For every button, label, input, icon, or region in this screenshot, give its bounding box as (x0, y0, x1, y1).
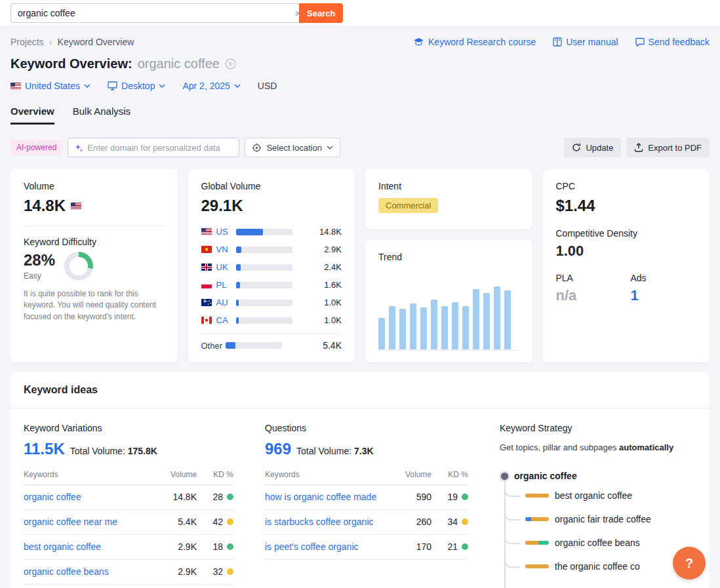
country-code-link[interactable]: CA (216, 315, 233, 325)
keyword-kd: 21 (431, 541, 468, 552)
trend-bar (473, 289, 479, 349)
keyword-volume: 260 (392, 517, 431, 527)
export-pdf-button[interactable]: Export to PDF (626, 138, 710, 157)
pl-flag-icon (201, 281, 212, 288)
trend-bar (431, 300, 437, 349)
device-filter[interactable]: Desktop (108, 81, 165, 91)
cpc-value: $1.44 (556, 197, 595, 215)
kd-donut-chart (64, 252, 93, 281)
keyword-ideas-section: Keyword ideas Keyword Variations 11.5K T… (10, 372, 710, 588)
date-filter[interactable]: Apr 2, 2025 (182, 81, 240, 91)
volume-bar (236, 300, 292, 306)
export-icon (634, 143, 643, 152)
keyword-link[interactable]: best organic coffee (24, 541, 157, 553)
strategy-bar-icon (525, 517, 549, 521)
breadcrumb-row: Projects › Keyword Overview Keyword Rese… (10, 36, 710, 47)
keyword-link[interactable]: how is organic coffee made (265, 491, 392, 503)
table-row: is starbucks coffee organic26034 (265, 510, 468, 535)
book-icon (553, 37, 562, 47)
keyword-link[interactable]: organic coffee (24, 491, 157, 503)
user-manual-link[interactable]: User manual (553, 37, 618, 47)
strategy-child[interactable]: the organic coffee co (506, 555, 696, 578)
keyword-kd: 28 (197, 492, 233, 502)
kd-dot-icon (227, 519, 233, 525)
keywords-header: Keywords (24, 470, 157, 479)
clear-search-icon[interactable]: × (294, 8, 301, 19)
ads-value: 1 (631, 287, 647, 304)
global-volume-row: CA1.0K (201, 311, 342, 329)
help-button[interactable]: ? (673, 547, 706, 579)
keyword-kd: 32 (197, 566, 233, 577)
kd-dot-icon (227, 568, 233, 575)
kd-header: KD % (431, 470, 468, 479)
country-code-link[interactable]: UK (216, 262, 233, 272)
chevron-right-icon: › (49, 36, 52, 47)
table-row: organic coffee14.8K28 (24, 485, 233, 510)
questions-title: Questions (265, 423, 468, 433)
country-code-link[interactable]: AU (216, 298, 233, 307)
update-button[interactable]: Update (564, 138, 621, 157)
strategy-child-label: organic fair trade coffee (555, 514, 651, 524)
country-code-link[interactable]: PL (216, 280, 233, 290)
trend-bar (441, 306, 448, 349)
search-button[interactable]: Search (299, 3, 343, 23)
add-circle-icon[interactable] (225, 58, 236, 69)
tab-bulk-analysis[interactable]: Bulk Analysis (73, 106, 130, 125)
search-input[interactable] (10, 3, 299, 23)
keyword-volume: 5.4K (157, 517, 197, 527)
strategy-root[interactable]: organic coffee (500, 471, 696, 481)
strategy-child[interactable]: organic fair trade coffee (506, 507, 696, 531)
keyword-link[interactable]: is peet's coffee organic (265, 541, 392, 553)
table-header: Keywords Volume KD % (24, 470, 233, 485)
keyword-link[interactable]: organic coffee near me (24, 516, 157, 528)
pla-label: PLA (556, 273, 631, 283)
kd-header: KD % (197, 470, 233, 479)
global-volume-title: Global Volume (201, 181, 342, 191)
chevron-down-icon (234, 84, 241, 88)
questions-count[interactable]: 969 (265, 440, 291, 458)
keyword-research-course-link[interactable]: Keyword Research course (413, 37, 536, 47)
domain-input[interactable] (87, 143, 233, 153)
trend-chart (378, 284, 519, 351)
location-select[interactable]: Select location (245, 138, 340, 157)
global-volume-rows: US14.8KVN2.9KUK2.4KPL1.6KAU1.0KCA1.0K (201, 223, 342, 329)
country-code-link[interactable]: US (216, 227, 233, 237)
strategy-child[interactable]: organic coffee beans (506, 531, 696, 555)
global-volume-value: 29.1K (201, 197, 243, 215)
strategy-child[interactable]: best organic coffee (506, 484, 696, 507)
other-bar-fill (226, 342, 235, 349)
table-row: organic coffee near me5.4K42 (24, 510, 233, 535)
ca-flag-icon (201, 317, 212, 324)
keyword-volume: 590 (392, 492, 431, 502)
strategy-subtitle: Get topics, pillar and subpages (500, 442, 619, 452)
strategy-root-label: organic coffee (514, 471, 577, 481)
volume-value: 14.8K (24, 197, 66, 215)
intent-commercial-badge[interactable]: Commercial (378, 198, 438, 213)
table-row: is peet's coffee organic17021 (265, 535, 468, 560)
keyword-volume: 2.9K (157, 541, 197, 552)
monitor-icon (108, 81, 117, 90)
keywords-header: Keywords (265, 470, 392, 479)
volume-bar (236, 229, 292, 235)
page-title-keyword: organic coffee (138, 56, 220, 71)
keyword-link[interactable]: organic coffee beans (24, 566, 157, 578)
au-flag-icon (201, 299, 212, 306)
kd-dot-icon (462, 519, 468, 525)
country-code-link[interactable]: VN (216, 245, 233, 254)
competitive-density-value: 1.00 (556, 243, 697, 260)
breadcrumb-item-projects[interactable]: Projects (10, 37, 44, 47)
volume-header: Volume (392, 470, 431, 479)
trend-bar (389, 306, 395, 349)
intent-card: Intent Commercial (365, 169, 532, 229)
send-feedback-link[interactable]: Send feedback (635, 37, 710, 47)
keyword-link[interactable]: is starbucks coffee organic (265, 516, 392, 528)
country-filter[interactable]: United States (10, 81, 90, 91)
filters-row: United States Desktop Apr 2, 2025 USD (10, 81, 710, 91)
strategy-tree: organic coffee best organic coffeeorgani… (500, 471, 696, 588)
tab-overview[interactable]: Overview (10, 106, 54, 125)
kd-description: It is quite possible to rank for this ke… (24, 288, 165, 323)
breadcrumb-item-current: Keyword Overview (58, 37, 134, 47)
user-manual-label: User manual (566, 37, 618, 47)
variations-count[interactable]: 11.5K (24, 440, 65, 458)
volume-title: Volume (24, 181, 165, 191)
